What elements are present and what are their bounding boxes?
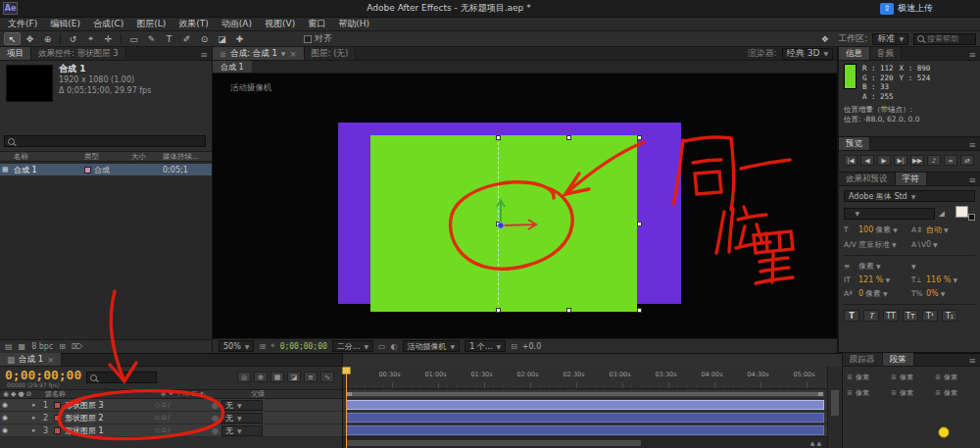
kerning-control[interactable]: A∕V 度量标准 ▼	[844, 239, 907, 250]
tab-character[interactable]: 字符	[896, 173, 927, 185]
view-layout-select[interactable]: 1 个...▼	[465, 340, 506, 352]
close-tab-icon[interactable]: ×	[289, 49, 296, 59]
selection-handle[interactable]	[496, 308, 501, 313]
menu-edit[interactable]: 编辑(E)	[50, 18, 80, 30]
close-tab-icon[interactable]: ×	[47, 355, 54, 365]
faux-italic-button[interactable]: T	[863, 310, 879, 322]
layer-duration-bar[interactable]	[346, 425, 824, 435]
small-caps-button[interactable]: Tᴛ	[903, 310, 918, 322]
timeline-search[interactable]	[86, 372, 157, 383]
transparency-grid-icon[interactable]: ◐	[391, 342, 398, 351]
snap-checkbox[interactable]	[304, 35, 312, 43]
viewer-subtab-comp1[interactable]: 合成 1	[213, 61, 252, 73]
fill-color-swatch[interactable]	[956, 206, 968, 218]
font-style-select[interactable]: ▼	[844, 208, 935, 220]
tool-puppet-pin-icon[interactable]: ✚	[231, 32, 248, 45]
grid-options-icon[interactable]: ⊞	[259, 342, 266, 351]
tab-composition[interactable]: ≣ 合成: 合成 1 ▼ ×	[213, 47, 305, 60]
loop-toggle-button[interactable]: ∞	[944, 155, 957, 166]
composition-viewer[interactable]: 活动摄像机	[213, 74, 837, 338]
tool-pan-behind-icon[interactable]: ✛	[100, 32, 117, 45]
selection-handle[interactable]	[566, 308, 571, 313]
vertical-scrollbar[interactable]	[831, 390, 839, 416]
space-after-field[interactable]: ≣像素	[891, 388, 932, 398]
layer-switches[interactable]: ◇⊙∕	[155, 414, 212, 422]
layer-duration-bar[interactable]	[346, 413, 824, 423]
eye-icon[interactable]: ◉	[0, 426, 13, 434]
exposure-value[interactable]: +0.0	[522, 342, 541, 351]
tab-effect-controls[interactable]: 效果控件: 形状图层 3	[31, 47, 126, 60]
tab-timeline-comp1[interactable]: ▦ 合成 1 ×	[0, 353, 62, 366]
label-chip[interactable]	[54, 427, 61, 434]
tool-shape-icon[interactable]: ▭	[125, 32, 142, 45]
column-duration[interactable]: 媒体持续...	[163, 152, 212, 162]
selection-handle[interactable]	[637, 222, 642, 226]
audio-toggle-button[interactable]: ♪	[927, 155, 941, 166]
ram-preview-button[interactable]: ⇄	[960, 155, 974, 166]
panel-menu-icon[interactable]: ≡	[964, 356, 980, 366]
menu-effect[interactable]: 效果(T)	[178, 18, 209, 30]
panel-menu-icon[interactable]: ≡	[964, 140, 980, 150]
tool-rotate-icon[interactable]: ↺	[65, 32, 81, 45]
eyedropper-icon[interactable]: ◢	[939, 209, 952, 218]
panel-menu-icon[interactable]: ≡	[196, 50, 212, 60]
all-caps-button[interactable]: TT	[883, 310, 899, 322]
superscript-button[interactable]: T¹	[922, 310, 938, 322]
current-time-indicator-line[interactable]	[346, 367, 347, 448]
layer-duration-bar[interactable]	[346, 400, 824, 410]
indent-right-field[interactable]: ≣像素	[891, 373, 932, 382]
pickwhip-icon[interactable]: ◎	[212, 401, 219, 410]
stroke-color-swatch[interactable]	[968, 214, 975, 221]
snap-option[interactable]: 对齐	[304, 32, 332, 45]
faux-bold-button[interactable]: T	[844, 310, 859, 322]
menu-animation[interactable]: 动画(A)	[221, 18, 252, 30]
help-search[interactable]	[913, 33, 976, 45]
tool-selection-icon[interactable]: ↖	[4, 32, 21, 45]
motion-blur-icon[interactable]: ≡	[304, 372, 318, 382]
timeline-search-input[interactable]	[100, 373, 151, 382]
tool-pen-icon[interactable]: ✎	[143, 32, 160, 45]
selection-handle[interactable]	[637, 308, 642, 313]
project-row-comp1[interactable]: ▦ 合成 1 合成 0;05;1	[0, 164, 212, 175]
timeline-horizontal-scrollbar[interactable]: ▲▲	[343, 436, 827, 448]
new-folder-icon[interactable]: ⊞	[59, 342, 66, 351]
bit-depth-label[interactable]: 8 bpc	[31, 342, 53, 351]
column-name[interactable]: 名称	[0, 152, 84, 162]
tool-zoom-icon[interactable]: ⊕	[39, 32, 56, 45]
column-parent[interactable]: 父级	[251, 389, 342, 399]
pixel-aspect-icon[interactable]: ⊟	[511, 342, 517, 351]
vertical-scale-control[interactable]: IT 121 % ▼	[844, 275, 907, 284]
list-view-icon[interactable]: ▤	[5, 342, 13, 351]
label-chip[interactable]	[54, 415, 61, 422]
layer-switches[interactable]: ◇⊙∕	[155, 426, 212, 434]
workspace-select[interactable]: 标准▼	[872, 33, 908, 45]
font-size-control[interactable]: T 100 像素 ▼	[844, 224, 907, 235]
stroke-style-control[interactable]: ▼	[911, 263, 975, 270]
parent-select[interactable]: 无▼	[221, 400, 263, 411]
play-button[interactable]: ▶	[877, 155, 891, 166]
magnification-select[interactable]: 50%▼	[219, 340, 254, 352]
project-search[interactable]	[4, 135, 206, 147]
menu-window[interactable]: 窗口	[308, 18, 325, 30]
tab-effects-presets[interactable]: 效果和预设	[839, 173, 896, 185]
indent-left-field[interactable]: ≣像素	[847, 373, 888, 382]
shape-layer-green-rect[interactable]	[370, 135, 637, 312]
parent-select[interactable]: 无▼	[221, 425, 263, 436]
tab-project[interactable]: 项目	[0, 47, 31, 60]
tab-paragraph[interactable]: 段落	[883, 353, 914, 366]
layer-name[interactable]: 形状图层 2	[65, 413, 155, 423]
renderer-select[interactable]: 经典 3D▼	[782, 48, 833, 60]
first-line-indent-field[interactable]: ≣像素	[935, 373, 976, 382]
camera-view-select[interactable]: 活动摄像机▼	[403, 340, 461, 352]
tab-tracker[interactable]: 跟踪器	[843, 353, 883, 366]
baseline-shift-control[interactable]: Aª 0 像素 ▼	[844, 288, 907, 299]
layer-switches[interactable]: ◇⊙∕	[155, 401, 212, 409]
twirl-arrow-icon[interactable]: ▸	[32, 426, 43, 434]
tool-hand-icon[interactable]: ✥	[22, 32, 38, 45]
time-ruler[interactable]: 00:30s01:00s 01:30s02:00s 02:30s03:00s 0…	[343, 367, 827, 389]
panel-menu-icon[interactable]: ≡	[964, 175, 980, 185]
mask-toggle-icon[interactable]: ⌖	[270, 341, 275, 351]
panel-menu-icon[interactable]: ≡	[964, 50, 980, 60]
menu-file[interactable]: 文件(F)	[8, 18, 37, 30]
icon-view-icon[interactable]: ▦	[19, 342, 26, 351]
